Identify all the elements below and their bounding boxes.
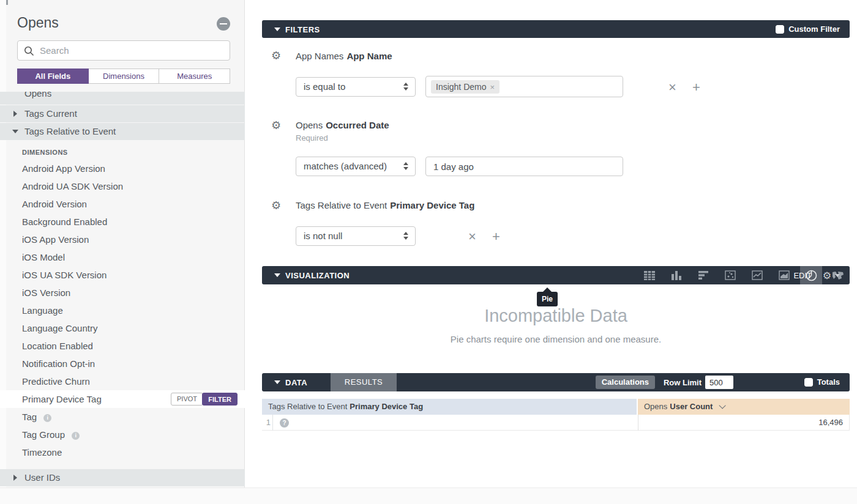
filter-settings-gear-icon[interactable]: ⚙ bbox=[271, 50, 281, 61]
filter-field-label: Tags Relative to EventPrimary Device Tag bbox=[296, 200, 474, 210]
group-user-ids[interactable]: User IDs bbox=[0, 469, 245, 486]
tooltip-arrow bbox=[543, 287, 552, 292]
pivot-button[interactable]: PIVOT bbox=[171, 393, 203, 406]
filter-settings-gear-icon[interactable]: ⚙ bbox=[271, 200, 281, 211]
collapse-sidebar-button[interactable] bbox=[217, 17, 230, 31]
remove-filter-icon[interactable]: × bbox=[668, 81, 676, 94]
chevron-right-icon bbox=[13, 475, 17, 481]
collapse-filters-icon[interactable] bbox=[274, 28, 280, 31]
filter-button[interactable]: FILTER bbox=[202, 393, 238, 406]
search-input[interactable] bbox=[40, 42, 223, 59]
field-ios-app-version[interactable]: iOS App Version bbox=[0, 231, 245, 248]
remove-chip-icon[interactable]: × bbox=[490, 83, 495, 92]
field-ios-model[interactable]: iOS Model bbox=[0, 248, 245, 266]
row-number: 1 bbox=[262, 415, 273, 431]
info-icon[interactable]: i bbox=[72, 432, 80, 440]
column-header-primary-device-tag[interactable]: Tags Relative to EventPrimary Device Tag bbox=[262, 399, 637, 415]
tab-measures[interactable]: Measures bbox=[159, 69, 230, 84]
field-android-app-version[interactable]: Android App Version bbox=[0, 160, 245, 177]
field-android-version[interactable]: Android Version bbox=[0, 195, 245, 213]
field-tag[interactable]: Tag i bbox=[0, 408, 245, 426]
filters-title: FILTERS bbox=[285, 25, 320, 34]
explore-title: Opens bbox=[17, 15, 59, 31]
user-count-cell: 16,496 bbox=[638, 415, 850, 431]
field-android-ua-sdk-version[interactable]: Android UA SDK Version bbox=[0, 177, 245, 195]
filter-value-input[interactable] bbox=[425, 157, 623, 176]
single-value-icon[interactable]: 6 bbox=[854, 266, 857, 284]
filter-value-chip: Insight Demo× bbox=[431, 80, 500, 94]
chevron-down-icon bbox=[12, 130, 18, 133]
field-picker-sidebar: Opens All Fields Dimensions Measures Ope… bbox=[0, 0, 245, 487]
scatter-chart-icon[interactable] bbox=[719, 266, 741, 284]
field-notification-opt-in[interactable]: Notification Opt-in bbox=[0, 355, 245, 372]
area-chart-icon[interactable] bbox=[773, 266, 795, 284]
visualization-settings-caret-icon[interactable] bbox=[835, 274, 840, 277]
filter-value-input[interactable]: Insight Demo× bbox=[425, 76, 623, 97]
results-table-header: Tags Relative to EventPrimary Device Tag… bbox=[262, 399, 850, 415]
field-list: Opens Tags Current Tags Relative to Even… bbox=[0, 92, 245, 487]
scrollbar-thumb[interactable] bbox=[6, 0, 8, 5]
table-row: 1 ? 16,496 bbox=[262, 415, 850, 431]
group-opens[interactable]: Opens bbox=[0, 92, 245, 105]
collapse-data-icon[interactable] bbox=[274, 380, 280, 384]
visualization-settings-gear-icon[interactable]: ⚙ bbox=[823, 270, 831, 281]
field-search[interactable] bbox=[17, 40, 230, 61]
field-timezone[interactable]: Timezone bbox=[0, 443, 245, 461]
remove-filter-icon[interactable]: × bbox=[468, 230, 476, 243]
visualization-header-bar[interactable]: VISUALIZATION 6 ••• EDIT bbox=[262, 266, 850, 284]
line-chart-icon[interactable] bbox=[746, 266, 768, 284]
incompatible-data-title: Incompatible Data bbox=[262, 306, 850, 326]
minus-icon bbox=[220, 23, 227, 24]
field-language-country[interactable]: Language Country bbox=[0, 319, 245, 337]
custom-filter-toggle: Custom Filter bbox=[776, 24, 840, 34]
row-limit-input[interactable] bbox=[705, 376, 733, 389]
pie-tooltip: Pie bbox=[537, 292, 558, 306]
field-tabs: All Fields Dimensions Measures bbox=[17, 69, 230, 84]
filter-settings-gear-icon[interactable]: ⚙ bbox=[271, 120, 281, 131]
edit-visualization-button[interactable]: EDIT bbox=[793, 271, 812, 280]
totals-label: Totals bbox=[817, 377, 840, 387]
totals-checkbox[interactable] bbox=[804, 378, 813, 387]
tab-dimensions[interactable]: Dimensions bbox=[89, 69, 160, 84]
info-icon[interactable]: i bbox=[43, 414, 51, 422]
group-tags-current[interactable]: Tags Current bbox=[0, 105, 245, 122]
row-limit-label: Row Limit bbox=[664, 378, 702, 387]
field-tag-group[interactable]: Tag Group i bbox=[0, 426, 245, 443]
tab-results[interactable]: RESULTS bbox=[331, 373, 397, 391]
row-chart-icon[interactable] bbox=[692, 266, 714, 284]
field-background-enabled[interactable]: Background Enabled bbox=[0, 213, 245, 231]
filter-operator-select[interactable]: matches (advanced) bbox=[296, 157, 416, 176]
field-primary-device-tag[interactable]: Primary Device Tag PIVOT FILTER bbox=[0, 390, 245, 408]
column-header-user-count[interactable]: OpensUser Count bbox=[638, 399, 850, 415]
collapse-visualization-icon[interactable] bbox=[274, 273, 280, 277]
data-header-bar[interactable]: DATA RESULTS Calculations Row Limit Tota… bbox=[262, 373, 850, 391]
filter-field-label: App NamesApp Name bbox=[296, 51, 392, 61]
chevron-right-icon bbox=[13, 111, 17, 117]
add-filter-icon[interactable]: + bbox=[492, 230, 500, 243]
filters-header-bar[interactable]: FILTERS Custom Filter bbox=[262, 20, 850, 38]
null-value-help-icon[interactable]: ? bbox=[280, 418, 289, 428]
select-updown-icon bbox=[403, 83, 408, 91]
custom-filter-checkbox[interactable] bbox=[776, 25, 784, 34]
field-ios-ua-sdk-version[interactable]: iOS UA SDK Version bbox=[0, 266, 245, 284]
field-location-enabled[interactable]: Location Enabled bbox=[0, 337, 245, 355]
table-icon[interactable] bbox=[638, 266, 661, 284]
bar-chart-icon[interactable] bbox=[665, 266, 687, 284]
group-tags-relative-to-event[interactable]: Tags Relative to Event bbox=[0, 123, 245, 140]
tab-all-fields[interactable]: All Fields bbox=[17, 69, 89, 84]
filter-field-label: OpensOccurred Date bbox=[296, 120, 389, 130]
visualization-title: VISUALIZATION bbox=[285, 271, 350, 280]
filter-operator-select[interactable]: is not null bbox=[296, 226, 416, 246]
calculations-button[interactable]: Calculations bbox=[596, 376, 655, 389]
filter-operator-select[interactable]: is equal to bbox=[296, 77, 416, 97]
filter-required-note: Required bbox=[296, 133, 328, 143]
search-icon bbox=[24, 46, 34, 56]
footer-strip bbox=[0, 487, 857, 504]
column-menu-caret-icon[interactable] bbox=[719, 402, 725, 409]
field-ios-version[interactable]: iOS Version bbox=[0, 284, 245, 302]
field-predictive-churn[interactable]: Predictive Churn bbox=[0, 372, 245, 390]
add-filter-icon[interactable]: + bbox=[692, 81, 700, 94]
dimensions-section-label: DIMENSIONS bbox=[22, 149, 245, 156]
select-updown-icon bbox=[403, 162, 408, 170]
field-language[interactable]: Language bbox=[0, 302, 245, 319]
